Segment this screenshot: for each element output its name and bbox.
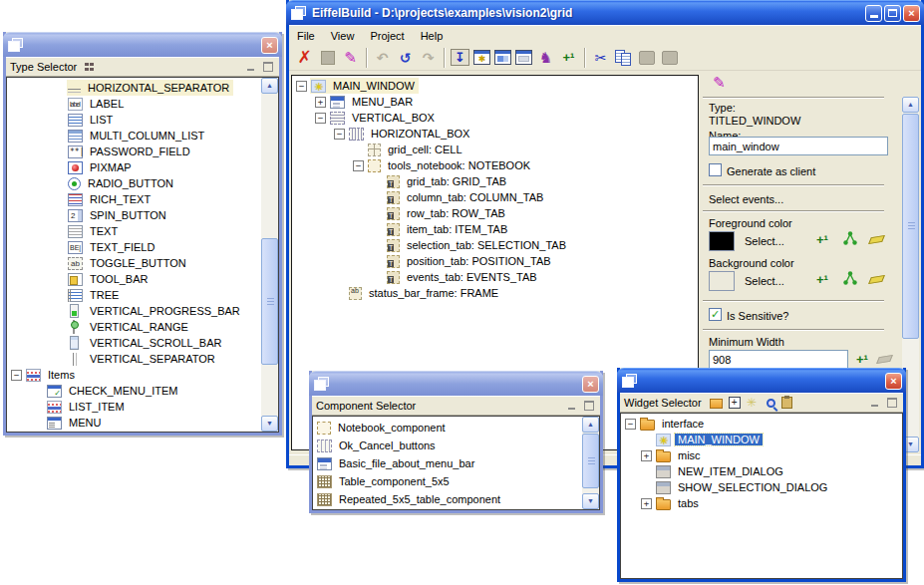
settings-window-icon[interactable] — [473, 50, 490, 65]
select-events-button[interactable]: Select events... — [709, 193, 783, 206]
background-add-icon[interactable] — [816, 273, 832, 287]
tool-minimize-icon[interactable] — [566, 400, 578, 412]
list-item[interactable]: Table_component_5x5 — [313, 472, 599, 490]
menu-file[interactable]: File — [289, 27, 323, 45]
tree-item[interactable]: row_tab: ROW_TAB — [292, 205, 698, 221]
copy-icon[interactable] — [612, 47, 635, 69]
tree-item[interactable]: −tools_notebook: NOTEBOOK — [292, 157, 698, 173]
add-icon[interactable] — [729, 397, 741, 409]
scroll-down-icon[interactable]: ▼ — [582, 493, 599, 509]
tree-item[interactable]: MULTI_COLUMN_LIST — [7, 128, 278, 144]
close-button[interactable]: × — [261, 37, 278, 54]
tree-item[interactable]: grid_tab: GRID_TAB — [292, 173, 698, 189]
is-sensitive-checkbox[interactable] — [709, 308, 722, 321]
collapse-icon[interactable]: − — [296, 81, 307, 92]
tool-maximize-icon[interactable] — [263, 62, 273, 72]
paste-icon[interactable] — [635, 47, 658, 69]
redo-icon[interactable] — [417, 47, 440, 69]
modify-icon[interactable] — [339, 47, 362, 69]
tree-item[interactable]: selection_tab: SELECTION_TAB — [292, 237, 698, 253]
reset-icon[interactable] — [394, 47, 417, 69]
tree-item[interactable]: −VERTICAL_BOX — [292, 110, 698, 126]
tree-item[interactable]: LIST — [7, 112, 278, 128]
tree-item[interactable]: HORIZONTAL_SEPARATOR — [7, 80, 278, 96]
expand-icon[interactable]: + — [641, 498, 652, 509]
list-item[interactable]: Ok_Cancel_buttons — [313, 437, 599, 454]
collapse-icon[interactable]: − — [315, 113, 326, 124]
list-item[interactable]: Basic_file_about_menu_bar — [313, 454, 599, 472]
minimum-width-input[interactable] — [709, 350, 848, 369]
cut-icon[interactable] — [589, 47, 612, 69]
background-select-button[interactable]: Select... — [745, 275, 784, 288]
foreground-erase-icon[interactable] — [868, 235, 885, 244]
tree-item[interactable]: events_tab: EVENTS_TAB — [292, 269, 698, 285]
menu-project[interactable]: Project — [362, 27, 412, 45]
tree-item[interactable]: MAIN_WINDOW — [621, 432, 902, 447]
list-item[interactable]: Repeated_5x5_table_component — [313, 490, 599, 508]
main-window-titlebar[interactable]: EiffelBuild - D:\projects\examples\visio… — [286, 0, 924, 25]
background-swatch[interactable] — [709, 271, 735, 291]
debug-icon[interactable] — [534, 47, 557, 69]
tree-item[interactable]: LIST_ITEM — [7, 399, 278, 415]
type-list-scrollbar[interactable]: ▲ ▼ — [261, 78, 278, 432]
minimize-button[interactable] — [865, 5, 882, 22]
scrollbar-thumb[interactable] — [582, 434, 599, 488]
generate-as-client-checkbox[interactable] — [709, 163, 722, 176]
collapse-icon[interactable]: − — [353, 160, 364, 171]
foreground-tree-assign-icon[interactable] — [842, 230, 858, 246]
tree-item[interactable]: MENU — [7, 415, 278, 431]
paste-widget-icon[interactable] — [781, 397, 792, 409]
tree-item[interactable]: −MAIN_WINDOW — [292, 78, 698, 94]
folder-icon[interactable] — [710, 399, 723, 409]
tree-item[interactable]: +MENU_BAR — [292, 94, 698, 110]
undo-icon[interactable] — [371, 47, 394, 69]
tree-item[interactable]: CHECK_MENU_ITEM — [7, 383, 278, 399]
types-grid-icon[interactable] — [85, 62, 95, 72]
component-selector-titlebar[interactable]: × — [309, 371, 603, 396]
scroll-up-icon[interactable]: ▲ — [582, 417, 599, 433]
delete-icon[interactable] — [293, 47, 316, 69]
paste-special-icon[interactable] — [658, 47, 681, 69]
close-button[interactable]: × — [903, 5, 920, 22]
tree-item[interactable]: RADIO_BUTTON — [7, 175, 278, 191]
menu-help[interactable]: Help — [413, 27, 452, 45]
collapse-icon[interactable]: − — [334, 129, 345, 140]
foreground-swatch[interactable] — [709, 231, 735, 251]
tree-item[interactable]: TOGGLE_BUTTON — [7, 255, 278, 271]
widget-selector-titlebar[interactable]: × — [617, 368, 906, 393]
close-button[interactable]: × — [885, 373, 902, 390]
background-erase-icon[interactable] — [868, 275, 885, 284]
tool-maximize-icon[interactable] — [584, 401, 594, 411]
tool-minimize-icon[interactable] — [245, 61, 257, 73]
scrollbar-thumb[interactable] — [261, 238, 278, 365]
tree-item[interactable]: −Items — [7, 367, 278, 383]
background-tree-assign-icon[interactable] — [842, 270, 858, 286]
tree-item[interactable]: PIXMAP — [7, 159, 278, 175]
collapse-icon[interactable]: − — [11, 370, 22, 381]
tool-minimize-icon[interactable] — [869, 397, 881, 409]
plus-one-icon[interactable] — [557, 47, 580, 69]
scroll-down-icon[interactable]: ▼ — [261, 416, 278, 432]
tree-item[interactable]: SHOW_SELECTION_DIALOG — [621, 479, 902, 495]
foreground-select-button[interactable]: Select... — [745, 235, 784, 248]
tree-item[interactable]: TREE — [7, 287, 278, 303]
component-list-scrollbar[interactable]: ▲ ▼ — [582, 417, 599, 509]
tree-item[interactable]: item_tab: ITEM_TAB — [292, 221, 698, 237]
menu-view[interactable]: View — [323, 27, 363, 45]
list-item[interactable]: Notebook_component — [313, 419, 599, 437]
tree-item[interactable]: PASSWORD_FIELD — [7, 144, 278, 159]
tree-item[interactable]: VERTICAL_PROGRESS_BAR — [7, 303, 278, 319]
tree-item[interactable]: SPIN_BUTTON — [7, 207, 278, 223]
type-selector-titlebar[interactable]: × — [3, 32, 282, 57]
foreground-add-icon[interactable] — [816, 233, 832, 247]
stop-icon[interactable] — [316, 47, 339, 69]
tree-item[interactable]: column_tab: COLUMN_TAB — [292, 189, 698, 205]
tree-item[interactable]: RICH_TEXT — [7, 191, 278, 207]
scroll-up-icon[interactable]: ▲ — [902, 97, 919, 113]
tree-item[interactable]: TEXT — [7, 223, 278, 239]
generate-icon[interactable] — [451, 49, 469, 66]
tree-item[interactable]: −interface — [621, 416, 902, 432]
collapse-icon[interactable]: − — [625, 419, 636, 430]
tree-item[interactable]: +tabs — [621, 495, 902, 511]
new-widget-icon[interactable] — [747, 397, 761, 410]
